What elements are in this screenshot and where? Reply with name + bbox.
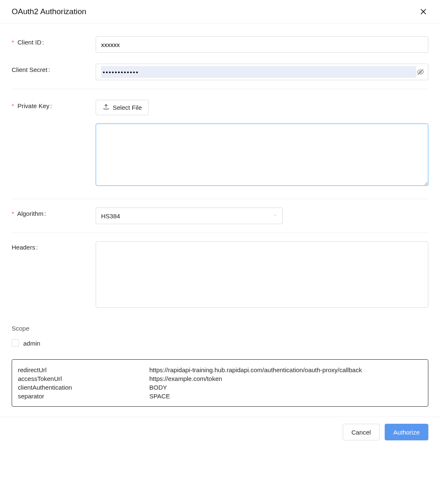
label-private-key: Private Key: [12, 100, 96, 109]
scope-option-admin[interactable]: admin [12, 339, 428, 347]
info-val: BODY [149, 384, 422, 391]
info-key: clientAuthentication [18, 384, 149, 391]
row-private-key: Private Key: Select File [12, 89, 428, 119]
select-file-label: Select File [113, 104, 142, 111]
row-client-secret: Client Secret: [12, 61, 428, 89]
authorize-button[interactable]: Authorize [385, 424, 428, 440]
modal-body: Client ID: Client Secret: [0, 24, 440, 417]
info-row: separator SPACE [18, 392, 422, 400]
label-client-id: Client ID: [12, 36, 96, 46]
modal-title: OAuth2 Authorization [12, 7, 87, 16]
label-private-key-text: Private Key [17, 102, 49, 109]
label-headers-text: Headers [12, 244, 35, 251]
chevron-down-icon [272, 212, 278, 220]
select-file-button[interactable]: Select File [96, 100, 149, 115]
label-algorithm-text: Algorithm [17, 210, 43, 217]
label-client-secret: Client Secret: [12, 64, 96, 73]
label-algorithm: Algorithm: [12, 208, 96, 217]
checkbox-admin[interactable] [12, 339, 19, 347]
client-id-input[interactable] [96, 36, 428, 53]
row-client-id: Client ID: [12, 28, 428, 61]
cancel-button-label: Cancel [351, 429, 371, 436]
client-secret-input[interactable] [101, 66, 416, 78]
headers-textarea[interactable] [96, 241, 428, 308]
info-val: SPACE [149, 393, 422, 400]
row-headers: Headers: [12, 233, 428, 317]
label-client-id-text: Client ID [17, 39, 42, 46]
scope-option-label: admin [23, 340, 40, 347]
private-key-textarea[interactable] [96, 124, 428, 186]
modal-header: OAuth2 Authorization [0, 0, 440, 24]
modal-footer: Cancel Authorize [0, 417, 440, 447]
row-private-key-text [12, 119, 428, 199]
upload-icon [103, 104, 109, 111]
info-table: redirectUrl https://rapidapi-training.hu… [12, 359, 428, 407]
close-icon[interactable] [418, 7, 428, 17]
info-val: https://rapidapi-training.hub.rapidapi.c… [149, 366, 422, 373]
info-row: clientAuthentication BODY [18, 383, 422, 392]
eye-off-icon[interactable] [416, 68, 425, 76]
label-client-secret-text: Client Secret [12, 66, 47, 73]
info-row: redirectUrl https://rapidapi-training.hu… [18, 366, 422, 374]
client-secret-wrap [96, 64, 428, 80]
cancel-button[interactable]: Cancel [343, 424, 380, 440]
label-spacer-pk [12, 124, 96, 126]
info-key: separator [18, 393, 149, 400]
scope-title: Scope [12, 325, 428, 332]
authorize-button-label: Authorize [393, 429, 420, 436]
row-algorithm: Algorithm: HS384 [12, 199, 428, 233]
algorithm-select[interactable]: HS384 [96, 208, 283, 224]
info-val: https://example.com/token [149, 375, 422, 382]
label-headers: Headers: [12, 241, 96, 251]
info-key: redirectUrl [18, 366, 149, 373]
algorithm-selected-value: HS384 [101, 212, 120, 220]
info-key: accessTokenUrl [18, 375, 149, 382]
scope-section: Scope admin [12, 317, 428, 352]
info-row: accessTokenUrl https://example.com/token [18, 374, 422, 383]
